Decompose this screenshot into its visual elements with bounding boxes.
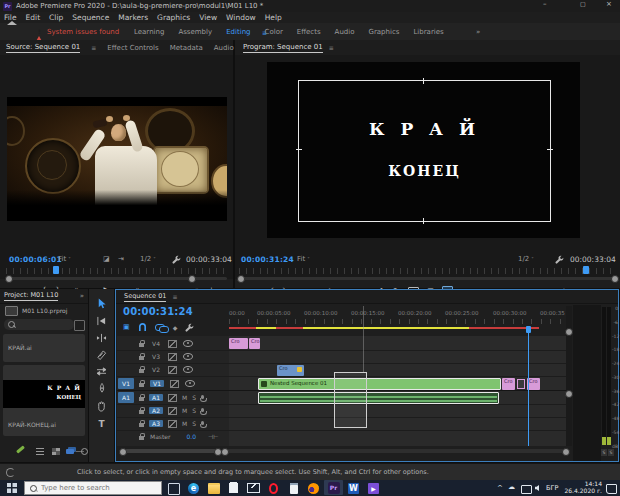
- graphic-bounding-box[interactable]: К Р А Й КОНЕЦ: [298, 80, 551, 222]
- timeline-timecode[interactable]: 00:00:31:24: [123, 306, 193, 317]
- source-resolution-select[interactable]: 1/2˅: [140, 255, 156, 263]
- scroll-handle[interactable]: [119, 448, 127, 456]
- opera-icon[interactable]: O: [266, 481, 281, 495]
- program-playhead[interactable]: [583, 266, 589, 274]
- list-view-icon[interactable]: [36, 448, 44, 455]
- source-video-frame[interactable]: [7, 97, 227, 221]
- track-target-a1[interactable]: A1: [149, 394, 163, 401]
- tab-effect-controls[interactable]: Effect Controls: [107, 44, 158, 52]
- clip-v4-2[interactable]: Cro: [249, 338, 260, 349]
- source-settings-icon[interactable]: ◪: [103, 255, 110, 263]
- volume-icon[interactable]: [535, 485, 539, 491]
- lock-icon[interactable]: [139, 356, 144, 360]
- master-fit-icon[interactable]: ⊣⊢: [208, 433, 218, 440]
- source-timecode[interactable]: 00:00:06:01: [9, 255, 62, 264]
- track-target-a3[interactable]: A3: [149, 420, 163, 427]
- voiceover-mic-icon[interactable]: [201, 421, 204, 425]
- project-item[interactable]: КРАЙ.ai: [3, 334, 85, 362]
- clock[interactable]: 14:14 26.4.2020 г.: [564, 481, 602, 495]
- sync-lock-icon[interactable]: [168, 340, 177, 348]
- lock-icon[interactable]: [139, 423, 144, 427]
- workspace-menu-icon[interactable]: ≡: [262, 29, 267, 36]
- store-icon[interactable]: [226, 481, 241, 495]
- workspace-tab[interactable]: Libraries: [413, 28, 443, 36]
- clip-nested-sequence[interactable]: Nested Sequence 01: [258, 378, 501, 390]
- lock-icon[interactable]: [139, 383, 144, 387]
- workspace-tab[interactable]: Graphics: [369, 28, 400, 36]
- project-item[interactable]: К Р А Й КОНЕЦ КРАЙ-КОНЕЦ.ai: [3, 365, 85, 436]
- mute-button[interactable]: M: [182, 420, 187, 427]
- tab-metadata[interactable]: Metadata: [170, 44, 203, 52]
- program-timecode[interactable]: 00:00:31:24: [241, 255, 294, 264]
- sync-lock-icon[interactable]: [168, 394, 177, 402]
- source-fit-select[interactable]: Fit˅: [58, 255, 71, 263]
- track-output-eye-icon[interactable]: [185, 380, 195, 387]
- razor-tool[interactable]: [96, 350, 107, 360]
- timeline-add-marker-icon[interactable]: ◆: [173, 324, 178, 331]
- sync-lock-icon[interactable]: [168, 407, 177, 415]
- tab-source[interactable]: Source: Sequence 01: [6, 43, 80, 53]
- program-zoom-handle-left[interactable]: [237, 275, 245, 283]
- source-zoom-handle-left[interactable]: [5, 275, 13, 283]
- track-output-eye-icon[interactable]: [183, 340, 193, 347]
- project-search-input[interactable]: [18, 322, 66, 328]
- program-scrubber[interactable]: [239, 268, 616, 274]
- header-scrollbar[interactable]: [121, 449, 217, 453]
- minimize-button[interactable]: –: [543, 1, 547, 8]
- track-name-v3[interactable]: V3: [150, 353, 162, 360]
- track-target-a2[interactable]: A2: [149, 407, 163, 414]
- clip-v4-1[interactable]: Cro: [229, 338, 248, 349]
- vertical-scrollbar[interactable]: [566, 306, 572, 446]
- keyboard-language[interactable]: БГР: [546, 484, 558, 492]
- system-issues-warning[interactable]: System issues found: [47, 28, 119, 36]
- project-file-row[interactable]: M01 L10.prproj: [0, 304, 88, 317]
- project-search-box[interactable]: [4, 319, 74, 330]
- track-select-forward-tool[interactable]: [96, 316, 107, 326]
- clip-v1-2[interactable]: Cro: [502, 378, 515, 390]
- ripple-edit-tool[interactable]: [96, 333, 107, 343]
- source-zoom-handle-right[interactable]: [188, 275, 196, 283]
- file-explorer-icon[interactable]: [206, 481, 221, 495]
- pen-tool[interactable]: [97, 383, 107, 394]
- wrench-icon[interactable]: [555, 255, 564, 264]
- menu-item[interactable]: Markers: [118, 13, 148, 22]
- sync-lock-icon[interactable]: [168, 420, 177, 428]
- clip-fx-square[interactable]: [517, 379, 525, 389]
- tab-program[interactable]: Program: Sequence 01: [243, 43, 323, 53]
- firefox-icon[interactable]: [306, 481, 321, 495]
- wrench-icon[interactable]: [172, 255, 181, 264]
- network-icon[interactable]: [521, 485, 532, 494]
- maximize-button[interactable]: ▢: [580, 1, 586, 7]
- menu-item[interactable]: Clip: [49, 13, 63, 22]
- sync-lock-icon[interactable]: [168, 366, 177, 374]
- mute-button[interactable]: M: [182, 407, 187, 414]
- tab-sequence[interactable]: Sequence 01: [124, 292, 166, 302]
- mail-icon[interactable]: [246, 481, 261, 495]
- workspace-tab[interactable]: Color: [265, 28, 283, 36]
- track-output-eye-icon[interactable]: [183, 366, 193, 373]
- edge-icon[interactable]: e: [186, 481, 201, 495]
- menu-item[interactable]: Window: [226, 13, 256, 22]
- mute-button[interactable]: M: [182, 394, 187, 401]
- lock-icon[interactable]: [139, 397, 144, 401]
- clip-v2-1[interactable]: Cro: [277, 365, 304, 376]
- voiceover-mic-icon[interactable]: [201, 408, 204, 412]
- solo-button[interactable]: S: [192, 394, 196, 401]
- program-fit-select[interactable]: Fit˅: [297, 255, 310, 263]
- source-mark-icon[interactable]: ⇥: [118, 255, 124, 263]
- menu-item[interactable]: Sequence: [72, 13, 109, 22]
- tray-expand-icon[interactable]: ^: [497, 484, 503, 492]
- word-icon[interactable]: W: [346, 481, 361, 495]
- tab-project[interactable]: Project: M01 L10: [4, 291, 58, 301]
- selection-tool[interactable]: [96, 298, 107, 309]
- voiceover-mic-icon[interactable]: [201, 395, 204, 399]
- task-view-button[interactable]: [168, 483, 180, 495]
- workspace-tab[interactable]: Learning: [134, 28, 164, 36]
- sync-lock-icon[interactable]: [168, 353, 177, 361]
- track-name-v2[interactable]: V2: [150, 366, 162, 373]
- track-target-v1[interactable]: V1: [150, 380, 164, 387]
- solo-right-button[interactable]: S: [608, 449, 614, 456]
- timeline-settings-wrench-icon[interactable]: [185, 323, 194, 332]
- start-button[interactable]: [7, 483, 17, 493]
- source-playhead[interactable]: [53, 266, 59, 274]
